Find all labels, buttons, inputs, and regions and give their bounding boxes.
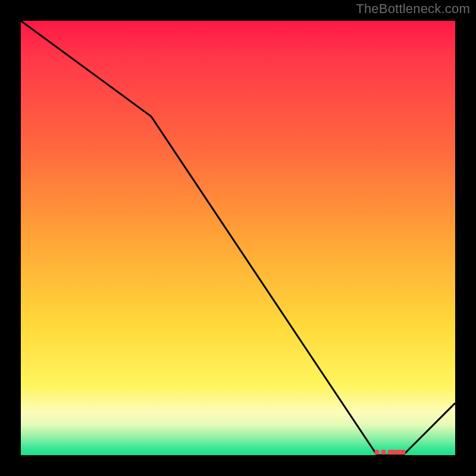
optimal-marker [375, 450, 380, 455]
marker-layer [375, 450, 406, 455]
plot-area [21, 21, 455, 455]
bottleneck-curve-path [21, 21, 455, 455]
optimal-marker [400, 450, 405, 455]
chart-container: TheBottleneck.com [0, 0, 476, 476]
chart-svg [21, 21, 455, 455]
attribution-text: TheBottleneck.com [356, 1, 470, 17]
line-series-layer [21, 21, 455, 455]
optimal-marker [392, 450, 397, 455]
optimal-marker [381, 450, 386, 455]
